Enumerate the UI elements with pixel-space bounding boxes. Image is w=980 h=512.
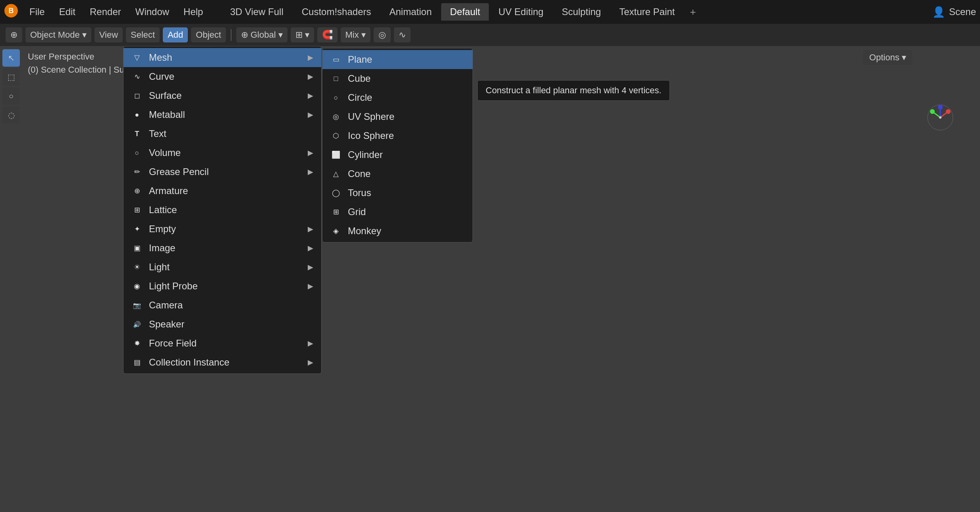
monkey-icon — [330, 225, 341, 237]
tab-customshaders[interactable]: Custom!shaders — [293, 3, 380, 21]
global-btn[interactable]: ⊕ Global ▾ — [236, 27, 287, 42]
snap-icon: ⊕ — [10, 30, 17, 40]
forcefield-arrow: ▶ — [308, 339, 313, 348]
submenu-cone[interactable]: Cone — [322, 164, 473, 183]
menu-item-lightprobe[interactable]: Light Probe ▶ — [123, 277, 321, 296]
menu-render[interactable]: Render — [83, 4, 127, 20]
global-label: Global — [251, 30, 276, 40]
menu-item-curve[interactable]: Curve ▶ — [123, 67, 321, 86]
tab-animation[interactable]: Animation — [381, 3, 441, 21]
menu-item-empty[interactable]: Empty ▶ — [123, 219, 321, 239]
submenu-icosphere[interactable]: Ico Sphere — [322, 126, 473, 145]
icosphere-label: Ico Sphere — [348, 130, 394, 141]
empty-label: Empty — [149, 223, 176, 235]
object-label: Object — [196, 30, 221, 40]
select-tool[interactable]: ↖ — [2, 49, 20, 67]
surface-arrow: ▶ — [308, 91, 313, 100]
submenu-circle[interactable]: Circle — [322, 88, 473, 107]
menu-item-forcefield[interactable]: Force Field ▶ — [123, 334, 321, 353]
select-btn[interactable]: Select — [126, 27, 160, 42]
object-mode-arrow: ▾ — [82, 30, 87, 40]
user-icon[interactable]: 👤 — [932, 6, 945, 18]
snap-btn[interactable]: 🧲 — [317, 27, 338, 42]
submenu-grid[interactable]: Grid — [322, 202, 473, 221]
menu-item-metaball[interactable]: Metaball ▶ — [123, 105, 321, 124]
menu-item-image[interactable]: Image ▶ — [123, 239, 321, 258]
mix-btn[interactable]: Mix ▾ — [341, 27, 370, 42]
perspective-label: User Perspective — [28, 50, 129, 63]
menu-item-speaker[interactable]: Speaker — [123, 315, 321, 334]
menu-item-volume[interactable]: Volume ▶ — [123, 143, 321, 162]
camera-label: Camera — [149, 300, 183, 311]
volume-arrow: ▶ — [308, 148, 313, 157]
cone-icon — [330, 168, 341, 179]
menu-edit[interactable]: Edit — [53, 4, 82, 20]
options-button[interactable]: Options ▾ — [863, 50, 912, 65]
mix-label: Mix — [345, 30, 359, 40]
tab-3dviewfull[interactable]: 3D View Full — [221, 3, 292, 21]
add-btn[interactable]: Add — [163, 27, 188, 42]
tab-add-button[interactable]: + — [684, 3, 701, 21]
metaball-arrow: ▶ — [308, 110, 313, 119]
select-lasso-tool[interactable]: ◌ — [2, 106, 20, 124]
light-icon — [131, 262, 143, 273]
menu-item-lattice[interactable]: Lattice — [123, 200, 321, 219]
lattice-icon — [131, 204, 143, 216]
collection-label: Collection Instance — [149, 357, 230, 368]
snap-transform-btn[interactable]: ⊕ — [6, 27, 22, 42]
view-btn[interactable]: View — [95, 27, 123, 42]
viewport-gizmo[interactable] — [924, 102, 956, 133]
volume-label: Volume — [149, 147, 181, 158]
object-mode-btn[interactable]: Object Mode ▾ — [25, 27, 91, 42]
add-menu: Mesh ▶ Plane Cube Circle UV Sphere — [123, 46, 322, 374]
global-icon: ⊕ — [241, 30, 248, 40]
empty-icon — [131, 223, 143, 235]
menu-item-light[interactable]: Light ▶ — [123, 258, 321, 277]
menu-window[interactable]: Window — [129, 4, 176, 20]
cylinder-label: Cylinder — [348, 149, 383, 160]
tab-uvediting[interactable]: UV Editing — [490, 3, 552, 21]
object-btn[interactable]: Object — [191, 27, 226, 42]
select-box-tool[interactable]: ⬚ — [2, 68, 20, 86]
mesh-submenu: Plane Cube Circle UV Sphere Ico Sphere C… — [322, 48, 473, 243]
select-circle-tool[interactable]: ○ — [2, 87, 20, 105]
camera-icon — [131, 300, 143, 311]
mesh-arrow: ▶ — [308, 53, 313, 62]
scene-label: Scene — [949, 6, 976, 17]
proportional-btn[interactable]: ◎ — [374, 27, 391, 42]
submenu-cube[interactable]: Cube — [322, 69, 473, 88]
tab-texturepaint[interactable]: Texture Paint — [610, 3, 683, 21]
submenu-monkey[interactable]: Monkey — [322, 221, 473, 241]
tab-sculpting[interactable]: Sculpting — [553, 3, 610, 21]
left-tools: ↖ ⬚ ○ ◌ — [0, 46, 22, 127]
speaker-label: Speaker — [149, 319, 184, 330]
submenu-cylinder[interactable]: Cylinder — [322, 145, 473, 164]
collection-icon — [131, 357, 143, 368]
tab-default[interactable]: Default — [441, 3, 489, 21]
menu-item-text[interactable]: Text — [123, 124, 321, 143]
menu-item-collection[interactable]: Collection Instance ▶ — [123, 353, 321, 372]
grease-icon — [131, 166, 143, 177]
submenu-torus[interactable]: Torus — [322, 183, 473, 202]
menu-help[interactable]: Help — [177, 4, 209, 20]
top-bar: B File Edit Render Window Help 3D View F… — [0, 0, 980, 24]
circle-label: Circle — [348, 92, 372, 103]
menu-item-surface[interactable]: Surface ▶ — [123, 86, 321, 105]
submenu-plane[interactable]: Plane — [322, 50, 473, 69]
empty-arrow: ▶ — [308, 225, 313, 233]
curve-btn[interactable]: ∿ — [394, 27, 411, 42]
submenu-uvsphere[interactable]: UV Sphere — [322, 107, 473, 126]
menu-item-mesh[interactable]: Mesh ▶ Plane Cube Circle UV Sphere — [123, 48, 321, 67]
separator-1 — [231, 29, 231, 41]
object-mode-label: Object Mode — [30, 30, 80, 40]
armature-label: Armature — [149, 185, 188, 196]
menu-item-armature[interactable]: Armature — [123, 181, 321, 200]
transform-btn[interactable]: ⊞ ▾ — [291, 27, 314, 42]
cube-icon — [330, 73, 341, 84]
snap-icon2: 🧲 — [322, 30, 333, 40]
svg-point-11 — [930, 109, 935, 114]
menu-file[interactable]: File — [23, 4, 51, 20]
forcefield-icon — [131, 338, 143, 349]
menu-item-grease[interactable]: Grease Pencil ▶ — [123, 162, 321, 181]
menu-item-camera[interactable]: Camera — [123, 296, 321, 315]
